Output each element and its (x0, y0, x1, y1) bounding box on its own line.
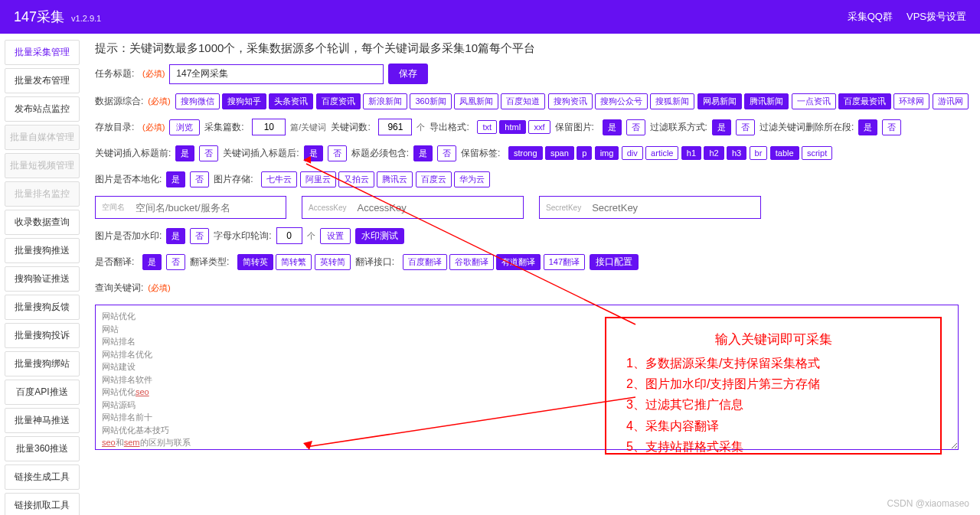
source-tag-13[interactable]: 一点资讯 (792, 93, 836, 109)
kwpost-no[interactable]: 否 (328, 145, 347, 161)
ak-input[interactable] (352, 197, 523, 218)
source-tag-6[interactable]: 凤凰新闻 (454, 93, 498, 109)
filter-contact-no[interactable]: 否 (736, 119, 755, 135)
sidebar-item-14[interactable]: 批量360推送 (5, 436, 80, 461)
keywords-textarea[interactable]: 网站优化网站网站排名网站排名优化网站建设网站排名软件网站优化seo网站源码网站排… (95, 305, 959, 450)
space-field[interactable]: 空间名 (95, 196, 286, 219)
source-tag-3[interactable]: 百度资讯 (316, 93, 361, 109)
translate-no[interactable]: 否 (166, 254, 185, 270)
keeptag-8[interactable]: h3 (727, 146, 746, 160)
source-tag-7[interactable]: 百度知道 (501, 93, 545, 109)
watermark-yes[interactable]: 是 (166, 228, 185, 244)
source-tag-0[interactable]: 搜狗微信 (175, 93, 220, 109)
imglocal-yes[interactable]: 是 (166, 171, 185, 187)
sidebar-item-8[interactable]: 搜狗验证推送 (5, 266, 80, 292)
sidebar-item-2[interactable]: 发布站点监控 (5, 96, 80, 122)
source-tag-4[interactable]: 新浪新闻 (363, 93, 407, 109)
titlecontain-yes[interactable]: 是 (413, 145, 433, 161)
transtype-tag-1[interactable]: 简转繁 (276, 254, 312, 270)
keepimg-no[interactable]: 否 (626, 119, 645, 135)
browse-button[interactable]: 浏览 (169, 119, 200, 135)
transapi-tag-2[interactable]: 有道翻译 (496, 254, 541, 270)
keeptag-0[interactable]: strong (508, 146, 543, 160)
source-tag-11[interactable]: 网易新闻 (697, 93, 742, 109)
sidebar-item-5: 批量排名监控 (5, 181, 80, 207)
keeptag-2[interactable]: p (577, 146, 592, 160)
save-button[interactable]: 保存 (388, 64, 428, 84)
keeptag-7[interactable]: h2 (704, 146, 724, 160)
wm-test-button[interactable]: 水印测试 (355, 228, 404, 244)
wm-set-button[interactable]: 设置 (320, 228, 351, 244)
task-title-req: (必填) (142, 68, 165, 80)
storage-tag-1[interactable]: 阿里云 (300, 171, 336, 187)
storage-tag-5[interactable]: 华为云 (454, 171, 490, 187)
export-tag-0[interactable]: txt (477, 120, 497, 134)
keeptag-1[interactable]: span (545, 146, 574, 160)
source-tag-16[interactable]: 游讯网 (933, 93, 969, 109)
kwpre-yes[interactable]: 是 (175, 145, 194, 161)
watermark-no[interactable]: 否 (190, 228, 209, 244)
source-tag-9[interactable]: 搜狗公众号 (595, 93, 648, 109)
collect-count-input[interactable] (252, 119, 286, 135)
keeptag-5[interactable]: article (645, 146, 678, 160)
kwpost-yes[interactable]: 是 (304, 145, 323, 161)
source-tag-8[interactable]: 搜狗资讯 (548, 93, 593, 109)
sidebar-item-6[interactable]: 收录数据查询 (5, 210, 80, 235)
transtype-tag-2[interactable]: 英转简 (315, 254, 351, 270)
filter-kwdel-no[interactable]: 否 (882, 119, 901, 135)
space-input[interactable] (131, 197, 286, 218)
sidebar-item-10[interactable]: 批量搜狗投诉 (5, 323, 80, 348)
source-tag-5[interactable]: 360新闻 (410, 93, 451, 109)
storage-tag-2[interactable]: 又拍云 (338, 171, 374, 187)
imglocal-no[interactable]: 否 (190, 171, 209, 187)
sidebar-item-16[interactable]: 链接抓取工具 (5, 493, 80, 515)
export-tag-1[interactable]: html (499, 120, 526, 134)
transapi-tag-0[interactable]: 百度翻译 (403, 254, 447, 270)
link-qqgroup[interactable]: 采集QQ群 (848, 10, 893, 24)
keeptag-9[interactable]: br (750, 146, 768, 160)
accesskey-field[interactable]: AccessKey (302, 196, 524, 219)
keeptag-4[interactable]: div (622, 146, 643, 160)
storage-tag-3[interactable]: 腾讯云 (377, 171, 413, 187)
link-vps[interactable]: VPS拨号设置 (906, 10, 966, 24)
keeptag-3[interactable]: img (595, 146, 619, 160)
export-tag-2[interactable]: xxf (528, 120, 550, 134)
storage-tag-0[interactable]: 七牛云 (261, 171, 297, 187)
sources-req: (必填) (148, 96, 170, 107)
source-tag-2[interactable]: 头条资讯 (269, 93, 313, 109)
sidebar-item-9[interactable]: 批量搜狗反馈 (5, 295, 80, 320)
kwpre-no[interactable]: 否 (199, 145, 218, 161)
source-tag-14[interactable]: 百度最资讯 (838, 93, 891, 109)
sidebar-item-12[interactable]: 百度API推送 (5, 380, 80, 405)
source-tag-12[interactable]: 腾讯新闻 (744, 93, 789, 109)
keeptag-6[interactable]: h1 (681, 146, 701, 160)
source-tag-15[interactable]: 环球网 (893, 93, 929, 109)
source-tag-1[interactable]: 搜狗知乎 (222, 93, 266, 109)
wmrotate-input[interactable] (276, 227, 302, 244)
export-label: 导出格式: (430, 121, 472, 134)
keepimg-yes[interactable]: 是 (603, 119, 622, 135)
storage-tag-4[interactable]: 百度云 (416, 171, 452, 187)
titlecontain-no[interactable]: 否 (437, 145, 456, 161)
page-watermark: CSDN @xiaomaseo (887, 498, 969, 509)
task-title-input[interactable] (169, 64, 384, 84)
secretkey-field[interactable]: SecretKey (539, 196, 761, 219)
sidebar-item-13[interactable]: 批量神马推送 (5, 408, 80, 433)
sk-input[interactable] (587, 197, 760, 218)
transapi-tag-3[interactable]: 147翻译 (544, 254, 585, 270)
keeptag-11[interactable]: script (802, 146, 832, 160)
sidebar-item-11[interactable]: 批量搜狗绑站 (5, 351, 80, 376)
transapi-tag-1[interactable]: 谷歌翻译 (449, 254, 494, 270)
api-config-button[interactable]: 接口配置 (590, 254, 639, 270)
kw-count-input[interactable] (378, 119, 412, 135)
source-tag-10[interactable]: 搜狐新闻 (650, 93, 694, 109)
filter-kwdel-yes[interactable]: 是 (858, 119, 877, 135)
sidebar-item-7[interactable]: 批量搜狗推送 (5, 238, 80, 263)
sidebar-item-0[interactable]: 批量采集管理 (5, 40, 80, 65)
transtype-tag-0[interactable]: 简转英 (237, 254, 273, 270)
sidebar-item-15[interactable]: 链接生成工具 (5, 464, 80, 490)
translate-yes[interactable]: 是 (142, 254, 162, 270)
keeptag-10[interactable]: table (770, 146, 799, 160)
sidebar-item-1[interactable]: 批量发布管理 (5, 68, 80, 93)
filter-contact-yes[interactable]: 是 (712, 119, 731, 135)
